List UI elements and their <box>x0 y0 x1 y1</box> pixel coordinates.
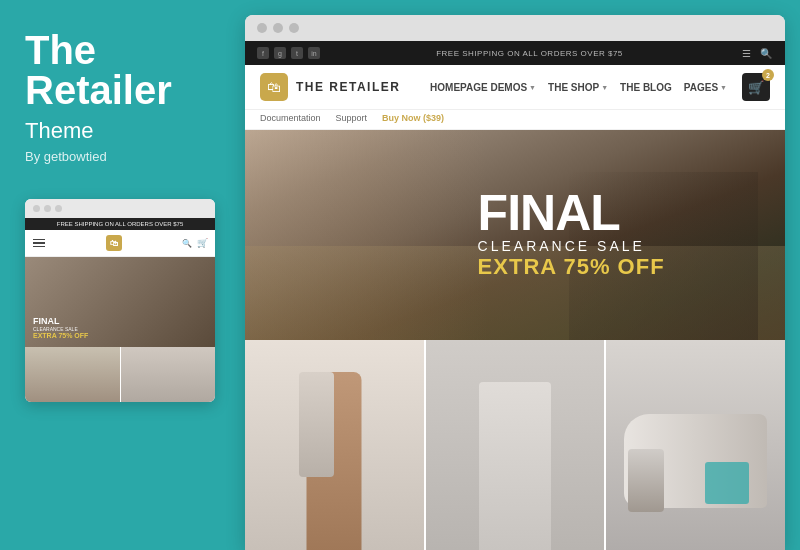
mini-announcement-bar: FREE SHIPPING ON ALL ORDERS OVER $75 <box>25 218 215 230</box>
hero-clearance-text: CLEARANCE SALE <box>478 238 665 254</box>
mini-product-1 <box>25 347 120 402</box>
mini-browser-preview: FREE SHIPPING ON ALL ORDERS OVER $75 🛍 🔍… <box>25 199 215 402</box>
facebook-icon[interactable]: f <box>257 47 269 59</box>
hero-text-block: FINAL CLEARANCE SALE EXTRA 75% OFF <box>478 190 665 280</box>
twitter-icon[interactable]: t <box>291 47 303 59</box>
browser-dot-3 <box>289 23 299 33</box>
topbar-icons: ☰ 🔍 <box>739 46 773 60</box>
nav-the-shop[interactable]: THE SHOP ▼ <box>548 82 608 93</box>
mini-dot-2 <box>44 205 51 212</box>
browser-dot-2 <box>273 23 283 33</box>
mini-shipping-text: FREE SHIPPING ON ALL ORDERS OVER $75 <box>57 221 183 227</box>
hero-discount-text: EXTRA 75% OFF <box>478 254 665 280</box>
linkedin-icon[interactable]: in <box>308 47 320 59</box>
social-icons-group: f g t in <box>257 47 320 59</box>
product-row <box>245 340 785 550</box>
mini-search-icon: 🔍 <box>182 238 192 248</box>
theme-title: The Retailer <box>25 30 220 110</box>
nav-homepage-demos[interactable]: HOMEPAGE DEMOS ▼ <box>430 82 536 93</box>
browser-titlebar <box>245 15 785 41</box>
menu-icon[interactable]: ☰ <box>739 46 753 60</box>
mini-product-2 <box>120 347 216 402</box>
sub-nav-documentation[interactable]: Documentation <box>260 113 321 123</box>
mini-nav-icons: 🔍 🛒 <box>182 238 207 248</box>
mini-hero-overlay: FINAL CLEARANCE SALE EXTRA 75% OFF <box>33 317 88 339</box>
mini-product-row <box>25 347 215 402</box>
nav-links: HOMEPAGE DEMOS ▼ THE SHOP ▼ THE BLOG PAG… <box>430 82 727 93</box>
mini-hero: FINAL CLEARANCE SALE EXTRA 75% OFF <box>25 257 215 347</box>
browser-dot-1 <box>257 23 267 33</box>
google-plus-icon[interactable]: g <box>274 47 286 59</box>
product-image-1[interactable] <box>245 340 426 550</box>
cart-button[interactable]: 🛒 2 <box>742 73 770 101</box>
dropdown-icon-2: ▼ <box>601 84 608 91</box>
cart-badge: 2 <box>762 69 774 81</box>
site-logo[interactable]: 🛍 THE RETAILER <box>260 73 400 101</box>
mini-titlebar <box>25 199 215 218</box>
mini-dot-1 <box>33 205 40 212</box>
sub-navigation: Documentation Support Buy Now ($39) <box>245 110 785 130</box>
shipping-announcement: FREE SHIPPING ON ALL ORDERS OVER $75 <box>436 49 623 58</box>
mini-dot-3 <box>55 205 62 212</box>
sub-nav-support[interactable]: Support <box>336 113 368 123</box>
mini-hamburger-icon <box>33 239 45 248</box>
browser-content: f g t in FREE SHIPPING ON ALL ORDERS OVE… <box>245 41 785 550</box>
theme-author: By getbowtied <box>25 149 220 164</box>
main-browser: f g t in FREE SHIPPING ON ALL ORDERS OVE… <box>245 15 785 550</box>
hero-section: FINAL CLEARANCE SALE EXTRA 75% OFF <box>245 130 785 340</box>
mini-cart-icon: 🛒 <box>197 238 207 248</box>
sub-nav-buy-now[interactable]: Buy Now ($39) <box>382 113 444 123</box>
product-1-inner <box>245 340 424 550</box>
nav-the-blog[interactable]: THE BLOG <box>620 82 672 93</box>
product-2-inner <box>426 340 605 550</box>
nav-pages[interactable]: PAGES ▼ <box>684 82 727 93</box>
announcement-bar: f g t in FREE SHIPPING ON ALL ORDERS OVE… <box>245 41 785 65</box>
mini-hero-title: FINAL <box>33 317 88 326</box>
product-image-3[interactable] <box>606 340 785 550</box>
mini-logo-icon: 🛍 <box>106 235 122 251</box>
logo-icon: 🛍 <box>260 73 288 101</box>
product-image-2[interactable] <box>426 340 607 550</box>
mini-navbar: 🛍 🔍 🛒 <box>25 230 215 257</box>
product-3-inner <box>606 340 785 550</box>
topbar-search-icon[interactable]: 🔍 <box>759 46 773 60</box>
theme-title-line2: Retailer <box>25 70 220 110</box>
main-navigation: 🛍 THE RETAILER HOMEPAGE DEMOS ▼ THE SHOP… <box>245 65 785 110</box>
dropdown-icon-3: ▼ <box>720 84 727 91</box>
left-panel: The Retailer Theme By getbowtied FREE SH… <box>0 0 245 550</box>
dropdown-icon: ▼ <box>529 84 536 91</box>
mini-hero-discount: EXTRA 75% OFF <box>33 332 88 339</box>
theme-title-line1: The <box>25 30 220 70</box>
theme-subtitle: Theme <box>25 118 220 144</box>
logo-text: THE RETAILER <box>296 80 400 94</box>
hero-title: FINAL <box>478 190 665 238</box>
